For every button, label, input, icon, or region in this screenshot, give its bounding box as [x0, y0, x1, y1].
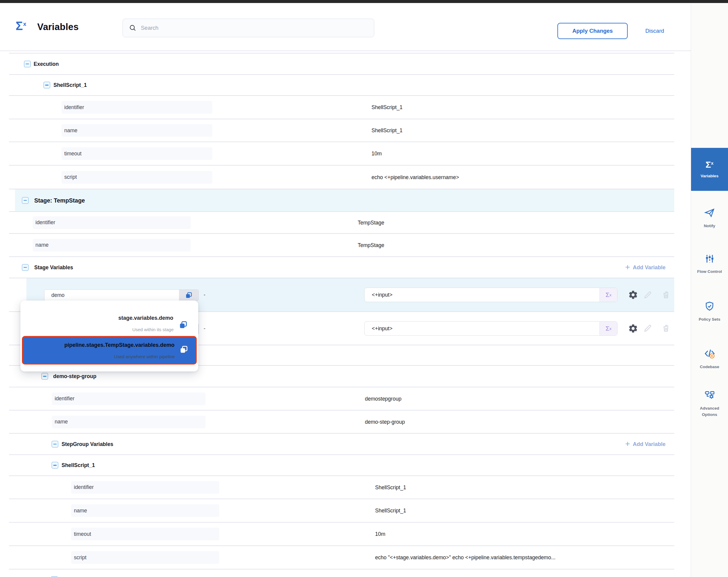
popup-option-selected[interactable]: pipeline.stages.TempStage.variables.demo…: [22, 336, 197, 365]
right-sidebar: ΣxVariablesNotifyFlow ControlPolicy Sets…: [691, 3, 728, 577]
codebase-icon: [704, 348, 716, 361]
sidebar-item-label: Variables: [693, 173, 727, 179]
sidebar-item-flow-control[interactable]: Flow Control: [691, 244, 728, 283]
notify-icon: [704, 207, 716, 220]
copy-button[interactable]: [179, 290, 199, 301]
delete-trash-icon[interactable]: [660, 290, 671, 300]
row-highlight: [15, 189, 674, 211]
copy-button[interactable]: [179, 345, 188, 355]
add-variable-label: Add Variable: [633, 441, 666, 447]
field-value: ShellScript_1: [371, 127, 402, 134]
collapse-minus-icon[interactable]: [24, 61, 31, 67]
expression-sigma-icon[interactable]: Σx: [599, 322, 617, 335]
add-variable-label: Add Variable: [633, 264, 666, 271]
field-value: ShellScript_1: [375, 484, 406, 491]
variable-value-input[interactable]: <+input>Σx: [364, 287, 618, 302]
add-variable-button[interactable]: +Add Variable: [625, 441, 666, 447]
field-row-name: nameTempStage: [9, 233, 674, 256]
group-label: ShellScript_1: [53, 82, 87, 89]
discard-button[interactable]: Discard: [639, 23, 670, 39]
variable-description: -: [204, 292, 205, 298]
expression-sigma-icon[interactable]: Σx: [599, 288, 617, 302]
edit-pencil-icon[interactable]: [642, 323, 653, 334]
field-label-pill: name: [52, 416, 205, 428]
copy-button[interactable]: [179, 320, 188, 331]
field-value: ShellScript_1: [375, 508, 406, 514]
field-label-pill: name: [33, 239, 191, 252]
field-row-identifier: identifierTempStage: [9, 211, 674, 233]
field-label-pill: identifier: [52, 393, 205, 405]
sidebar-item-advanced-options[interactable]: Advanced Options: [691, 385, 728, 422]
variable-description: -: [204, 325, 205, 331]
delete-trash-icon[interactable]: [660, 323, 671, 334]
collapse-minus-icon[interactable]: [42, 373, 48, 380]
top-strip: [0, 0, 728, 3]
field-label-pill: name: [71, 504, 219, 517]
field-row-name: nameShellScript_1: [9, 499, 674, 522]
field-row-identifier: identifierShellScript_1: [9, 475, 674, 499]
field-value: TempStage: [358, 219, 384, 226]
variable-scope: Used within its stage: [132, 327, 174, 332]
variables-sigma-logo-icon: Σx: [16, 19, 26, 33]
variable-name-field[interactable]: demo: [44, 290, 199, 301]
group-row-stage-tempstage: Stage: TempStage: [9, 189, 674, 211]
advanced-options-icon: [704, 390, 716, 402]
collapse-minus-icon[interactable]: [22, 264, 28, 271]
gear-icon[interactable]: [628, 323, 639, 334]
field-label-pill: identifier: [33, 216, 191, 229]
collapse-minus-icon[interactable]: [52, 441, 58, 448]
field-label-pill: timeout: [71, 528, 219, 540]
field-value: echo "<+stage.variables.demo>" echo <+pi…: [375, 554, 555, 561]
field-row-timeout: timeout10m: [9, 142, 674, 165]
plus-icon: +: [625, 441, 630, 447]
group-row-execution: Execution: [9, 53, 674, 74]
field-value: demostepgroup: [365, 396, 401, 402]
field-label-pill: script: [61, 171, 212, 184]
sidebar-item-notify[interactable]: Notify: [691, 201, 728, 235]
gear-icon[interactable]: [628, 290, 639, 300]
apply-changes-button[interactable]: Apply Changes: [557, 23, 628, 39]
field-value: demo-step-group: [365, 419, 405, 425]
sidebar-item-codebase[interactable]: Codebase: [691, 342, 728, 376]
copy-icon: [185, 292, 192, 299]
flow-control-icon: [704, 253, 715, 266]
field-label-pill: identifier: [71, 481, 219, 494]
sidebar-item-label: Advanced Options: [693, 405, 727, 418]
collapse-minus-icon[interactable]: [44, 82, 50, 89]
add-variable-button[interactable]: +Add Variable: [625, 264, 666, 271]
variable-scope: Used anywhere within pipeline: [114, 354, 175, 359]
field-row-timeout: timeout10m: [9, 522, 674, 546]
field-row-identifier: identifierShellScript_1: [9, 95, 674, 119]
variable-value-text: <+input>: [365, 292, 599, 298]
variable-name-text: demo: [45, 292, 179, 298]
field-value: 10m: [375, 531, 385, 537]
collapse-minus-icon[interactable]: [22, 197, 28, 204]
edit-pencil-icon[interactable]: [642, 290, 653, 300]
partial-row: [9, 569, 674, 577]
variable-value-input[interactable]: <+input>Σx: [364, 321, 618, 336]
field-label-pill: identifier: [61, 101, 212, 114]
sidebar-item-policy-sets[interactable]: Policy Sets: [691, 292, 728, 331]
sidebar-item-variables[interactable]: ΣxVariables: [691, 148, 728, 191]
field-row-script: scriptecho <+pipeline.variables.username…: [9, 165, 674, 189]
search-input[interactable]: [140, 24, 374, 31]
group-label: Stage: TempStage: [34, 197, 85, 204]
group-row-shellscript-1: ShellScript_1: [9, 454, 674, 475]
field-label-pill: name: [61, 124, 212, 137]
collapse-minus-icon[interactable]: [52, 462, 58, 469]
field-value: TempStage: [358, 242, 384, 248]
popup-option[interactable]: stage.variables.demoUsed within its stag…: [22, 305, 197, 335]
field-label-pill: script: [71, 551, 219, 564]
search-box[interactable]: [123, 19, 374, 37]
field-row-name: nameShellScript_1: [9, 119, 674, 142]
group-label: demo-step-group: [53, 373, 97, 380]
group-label: Stage Variables: [34, 264, 73, 271]
plus-icon: +: [625, 264, 630, 270]
field-value: echo <+pipeline.variables.username>: [371, 174, 459, 180]
field-row-script: scriptecho "<+stage.variables.demo>" ech…: [9, 546, 674, 569]
variable-path-popup: stage.variables.demoUsed within its stag…: [20, 301, 198, 372]
header: Σx Variables Apply Changes Discard: [0, 3, 691, 51]
field-value: 10m: [371, 151, 382, 157]
group-label: Execution: [34, 61, 59, 67]
page-title: Variables: [37, 22, 79, 32]
